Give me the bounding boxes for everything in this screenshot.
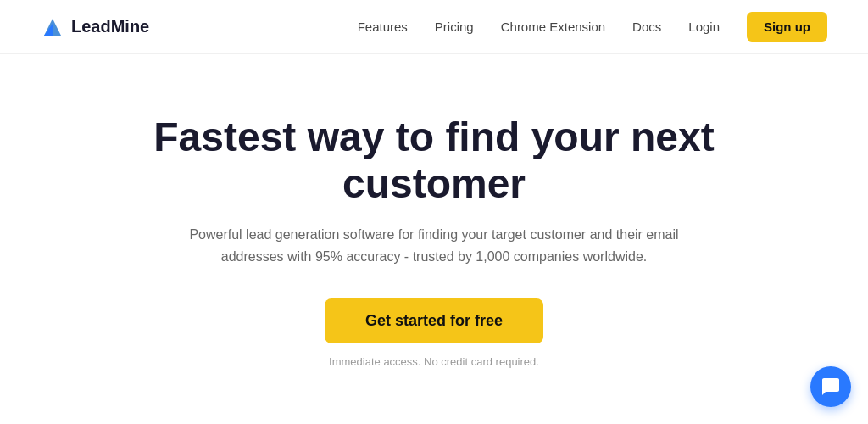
logo[interactable]: LeadMine — [41, 15, 149, 39]
nav-pricing[interactable]: Pricing — [435, 20, 474, 34]
hero-section: Fastest way to find your next customer P… — [0, 54, 868, 424]
logo-icon — [41, 15, 64, 39]
hero-subtitle: Powerful lead generation software for fi… — [163, 224, 705, 267]
main-nav: Features Pricing Chrome Extension Docs L… — [358, 12, 827, 42]
hero-title: Fastest way to find your next customer — [103, 114, 765, 207]
header: LeadMine Features Pricing Chrome Extensi… — [0, 0, 868, 54]
cta-note: Immediate access. No credit card require… — [17, 355, 851, 368]
chat-icon — [821, 377, 841, 397]
nav-features[interactable]: Features — [358, 20, 408, 34]
svg-marker-1 — [44, 24, 53, 36]
logo-text: LeadMine — [71, 17, 149, 36]
nav-login[interactable]: Login — [688, 20, 720, 34]
nav-docs[interactable]: Docs — [632, 20, 661, 34]
hero-illustration — [17, 402, 851, 424]
signup-button[interactable]: Sign up — [747, 12, 827, 42]
nav-chrome-extension[interactable]: Chrome Extension — [501, 20, 605, 34]
cta-button[interactable]: Get started for free — [325, 298, 543, 343]
chat-button[interactable] — [810, 366, 851, 407]
